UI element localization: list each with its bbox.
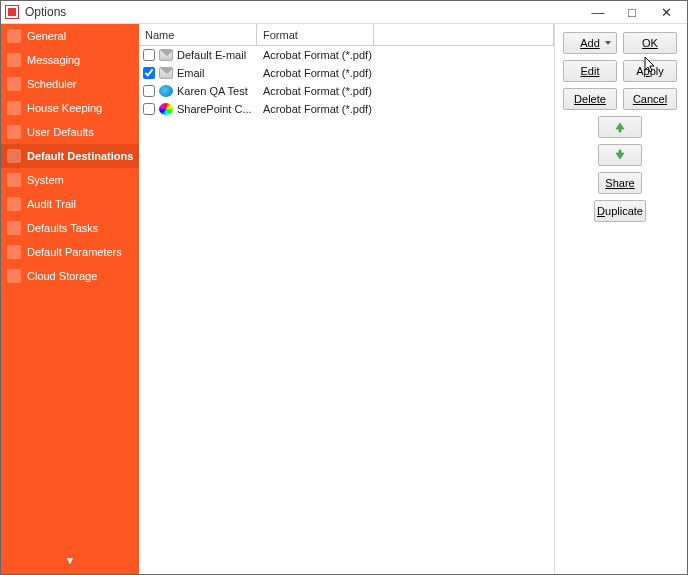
row-name-label: Karen QA Test — [177, 85, 257, 97]
destinations-list: Name Format Default E-mailAcrobat Format… — [139, 24, 555, 574]
sidebar-item-scheduler[interactable]: Scheduler — [1, 72, 139, 96]
list-body: Default E-mailAcrobat Format (*.pdf)Emai… — [139, 46, 554, 574]
edit-button[interactable]: Edit — [563, 60, 617, 82]
sidebar-item-defaults-tasks[interactable]: Defaults Tasks — [1, 216, 139, 240]
column-header-format[interactable]: Format — [257, 24, 374, 45]
sidebar-item-system[interactable]: System — [1, 168, 139, 192]
apply-button[interactable]: Apply — [623, 60, 677, 82]
delete-button[interactable]: Delete — [563, 88, 617, 110]
move-down-button[interactable] — [598, 144, 642, 166]
column-header-spacer — [374, 24, 554, 45]
sidebar-item-label: Messaging — [27, 54, 80, 66]
cell-format: Acrobat Format (*.pdf) — [257, 103, 374, 115]
cell-format: Acrobat Format (*.pdf) — [257, 67, 374, 79]
options-window: Options — □ ✕ GeneralMessagingSchedulerH… — [0, 0, 688, 575]
row-checkbox[interactable] — [143, 67, 155, 79]
duplicate-button[interactable]: Duplicate — [594, 200, 646, 222]
row-name-label: SharePoint C... — [177, 103, 257, 115]
general-icon — [7, 29, 21, 43]
mail-icon — [159, 67, 173, 79]
arrow-down-icon — [614, 149, 626, 161]
share-button[interactable]: Share — [598, 172, 642, 194]
sidebar-item-label: Audit Trail — [27, 198, 76, 210]
content-row: Name Format Default E-mailAcrobat Format… — [139, 24, 687, 574]
destinations-icon — [7, 149, 21, 163]
arrow-up-icon — [614, 121, 626, 133]
window-controls: — □ ✕ — [581, 1, 683, 23]
sidebar-item-label: Defaults Tasks — [27, 222, 98, 234]
sidebar-item-general[interactable]: General — [1, 24, 139, 48]
audittrail-icon — [7, 197, 21, 211]
row-name-label: Email — [177, 67, 257, 79]
sidebar-item-label: User Defaults — [27, 126, 94, 138]
table-row[interactable]: SharePoint C...Acrobat Format (*.pdf) — [139, 100, 554, 118]
sidebar-item-label: Scheduler — [27, 78, 77, 90]
sidebar-item-label: System — [27, 174, 64, 186]
sidebar: GeneralMessagingSchedulerHouse KeepingUs… — [1, 24, 139, 574]
sidebar-item-label: Default Destinations — [27, 150, 133, 162]
sidebar-item-label: Cloud Storage — [27, 270, 97, 282]
table-row[interactable]: Default E-mailAcrobat Format (*.pdf) — [139, 46, 554, 64]
close-button[interactable]: ✕ — [649, 1, 683, 23]
sharepoint-icon — [159, 103, 173, 115]
main-panel: Name Format Default E-mailAcrobat Format… — [139, 24, 687, 574]
maximize-button[interactable]: □ — [615, 1, 649, 23]
minimize-button[interactable]: — — [581, 1, 615, 23]
window-title: Options — [25, 5, 581, 19]
table-row[interactable]: EmailAcrobat Format (*.pdf) — [139, 64, 554, 82]
button-column: Add OK Edit Apply Delete Cancel — [555, 24, 687, 574]
system-icon — [7, 173, 21, 187]
globe-icon — [159, 85, 173, 97]
housekeeping-icon — [7, 101, 21, 115]
defaulttasks-icon — [7, 221, 21, 235]
cell-name: Default E-mail — [139, 49, 257, 61]
sidebar-item-house-keeping[interactable]: House Keeping — [1, 96, 139, 120]
cell-name: Karen QA Test — [139, 85, 257, 97]
defaultparams-icon — [7, 245, 21, 259]
sidebar-spacer — [1, 288, 139, 551]
sidebar-item-audit-trail[interactable]: Audit Trail — [1, 192, 139, 216]
row-checkbox[interactable] — [143, 103, 155, 115]
add-button[interactable]: Add — [563, 32, 617, 54]
sidebar-item-label: House Keeping — [27, 102, 102, 114]
move-up-button[interactable] — [598, 116, 642, 138]
titlebar: Options — □ ✕ — [1, 1, 687, 24]
sidebar-item-default-parameters[interactable]: Default Parameters — [1, 240, 139, 264]
cell-name: Email — [139, 67, 257, 79]
sidebar-item-label: General — [27, 30, 66, 42]
messaging-icon — [7, 53, 21, 67]
sidebar-expand-caret[interactable]: ▼ — [1, 551, 139, 574]
app-icon — [5, 5, 19, 19]
row-checkbox[interactable] — [143, 85, 155, 97]
window-body: GeneralMessagingSchedulerHouse KeepingUs… — [1, 24, 687, 574]
sidebar-item-default-destinations[interactable]: Default Destinations — [1, 144, 139, 168]
row-name-label: Default E-mail — [177, 49, 257, 61]
cell-format: Acrobat Format (*.pdf) — [257, 49, 374, 61]
table-row[interactable]: Karen QA TestAcrobat Format (*.pdf) — [139, 82, 554, 100]
mail-icon — [159, 49, 173, 61]
row-checkbox[interactable] — [143, 49, 155, 61]
sidebar-item-messaging[interactable]: Messaging — [1, 48, 139, 72]
scheduler-icon — [7, 77, 21, 91]
sidebar-item-user-defaults[interactable]: User Defaults — [1, 120, 139, 144]
cell-name: SharePoint C... — [139, 103, 257, 115]
list-header: Name Format — [139, 24, 554, 46]
cell-format: Acrobat Format (*.pdf) — [257, 85, 374, 97]
cloudstorage-icon — [7, 269, 21, 283]
cancel-button[interactable]: Cancel — [623, 88, 677, 110]
sidebar-item-label: Default Parameters — [27, 246, 122, 258]
column-header-name[interactable]: Name — [139, 24, 257, 45]
userdefaults-icon — [7, 125, 21, 139]
sidebar-item-cloud-storage[interactable]: Cloud Storage — [1, 264, 139, 288]
ok-button[interactable]: OK — [623, 32, 677, 54]
